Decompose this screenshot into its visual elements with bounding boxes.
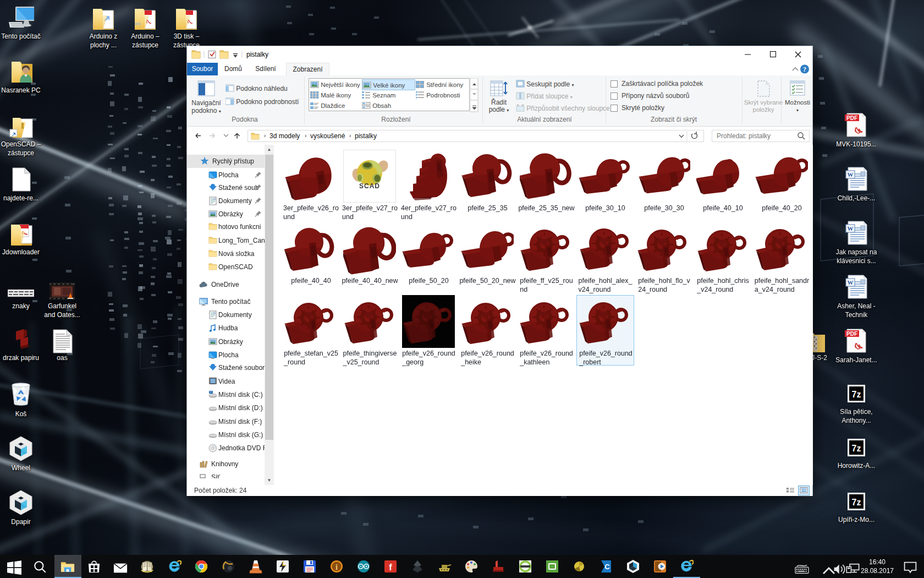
svg-text:C: C: [604, 563, 610, 571]
svg-text:i: i: [336, 563, 338, 571]
svg-text:f: f: [389, 563, 392, 572]
svg-text:?: ?: [803, 66, 806, 73]
